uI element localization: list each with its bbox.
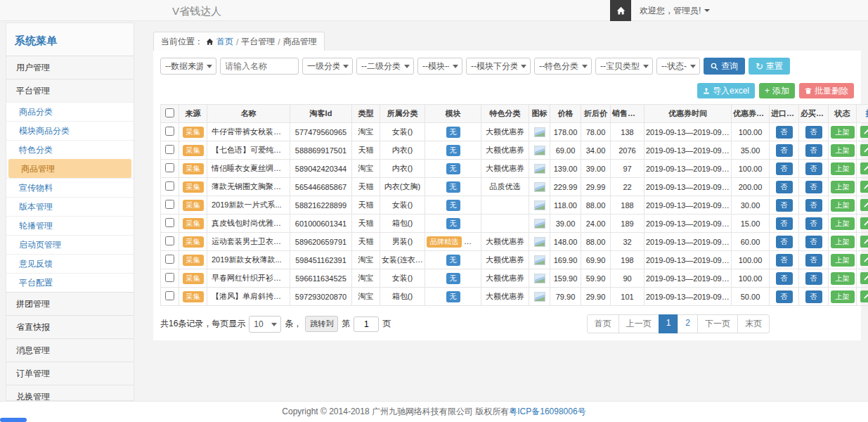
- must-buy-toggle[interactable]: 否: [805, 217, 822, 230]
- edit-button[interactable]: [860, 254, 868, 266]
- level1-category-select[interactable]: 一级分类: [302, 58, 353, 75]
- sidebar-item[interactable]: 消息管理: [6, 338, 134, 362]
- row-checkbox[interactable]: [165, 255, 174, 264]
- column-header: 必买清单: [799, 105, 829, 123]
- sidebar-item[interactable]: 启动页管理: [6, 235, 134, 254]
- import-excel-button[interactable]: 导入excel: [697, 83, 755, 98]
- sidebar-item[interactable]: 特色分类: [6, 140, 134, 159]
- must-buy-toggle[interactable]: 否: [805, 162, 822, 175]
- import-select-toggle[interactable]: 否: [776, 144, 793, 157]
- row-checkbox[interactable]: [165, 273, 174, 282]
- must-buy-toggle[interactable]: 否: [805, 126, 822, 139]
- jump-page-input[interactable]: [354, 316, 379, 332]
- import-select-toggle[interactable]: 否: [776, 181, 793, 193]
- name-search-input[interactable]: [220, 58, 299, 75]
- breadcrumb-home-link[interactable]: 首页: [216, 36, 233, 48]
- data-source-select[interactable]: --数据来源--: [160, 58, 216, 75]
- row-checkbox[interactable]: [165, 200, 174, 209]
- module-select[interactable]: --模块--: [417, 58, 462, 75]
- sidebar-item[interactable]: 模块商品分类: [6, 121, 134, 140]
- sidebar-item[interactable]: 商品管理: [8, 159, 131, 178]
- batch-delete-button[interactable]: 批量删除: [799, 83, 854, 98]
- import-select-toggle[interactable]: 否: [776, 126, 793, 139]
- must-buy-toggle[interactable]: 否: [805, 199, 822, 212]
- sidebar-item[interactable]: 兑换管理: [6, 385, 134, 401]
- item-type-select[interactable]: --宝贝类型--: [595, 58, 653, 75]
- pager-nav-button[interactable]: 上一页: [618, 314, 659, 333]
- edit-button[interactable]: [860, 144, 868, 156]
- feature-cell: [481, 215, 529, 233]
- row-checkbox[interactable]: [165, 163, 174, 172]
- must-buy-toggle[interactable]: 否: [805, 181, 822, 193]
- edit-button[interactable]: [860, 126, 868, 138]
- sidebar-item[interactable]: 宣传物料: [6, 178, 134, 197]
- row-checkbox[interactable]: [165, 218, 174, 227]
- edit-button[interactable]: [860, 272, 868, 284]
- sidebar-item[interactable]: 意见反馈: [6, 254, 134, 273]
- import-select-toggle[interactable]: 否: [776, 290, 793, 303]
- row-checkbox[interactable]: [165, 127, 174, 136]
- import-select-toggle[interactable]: 否: [776, 199, 793, 212]
- status-button[interactable]: 上架: [831, 236, 855, 248]
- edit-button[interactable]: [860, 290, 868, 302]
- status-button[interactable]: 上架: [831, 290, 855, 303]
- must-buy-toggle[interactable]: 否: [805, 144, 822, 157]
- import-select-toggle[interactable]: 否: [776, 217, 793, 230]
- status-button[interactable]: 上架: [831, 144, 855, 157]
- edit-button[interactable]: [860, 217, 868, 229]
- sidebar-item[interactable]: 版本管理: [6, 197, 134, 216]
- row-checkbox[interactable]: [165, 291, 174, 300]
- status-button[interactable]: 上架: [831, 162, 855, 175]
- import-select-toggle[interactable]: 否: [776, 162, 793, 175]
- status-button[interactable]: 上架: [831, 217, 855, 230]
- page-size-select[interactable]: 10: [249, 316, 281, 333]
- user-menu[interactable]: 欢迎您，管理员!: [631, 5, 718, 17]
- sidebar-item[interactable]: 平台管理: [6, 79, 134, 102]
- status-button[interactable]: 上架: [831, 272, 855, 285]
- sales-cell: 2076: [611, 141, 644, 160]
- status-button[interactable]: 上架: [831, 126, 855, 139]
- edit-button[interactable]: [860, 162, 868, 174]
- home-button[interactable]: [610, 0, 631, 21]
- must-buy-toggle[interactable]: 否: [805, 254, 822, 267]
- status-button[interactable]: 上架: [831, 181, 855, 193]
- must-buy-toggle[interactable]: 否: [805, 290, 822, 303]
- select-all-checkbox[interactable]: [165, 108, 174, 117]
- edit-button[interactable]: [860, 236, 868, 248]
- row-checkbox[interactable]: [165, 145, 174, 154]
- pager-nav-button[interactable]: 下一页: [697, 314, 738, 333]
- import-select-toggle[interactable]: 否: [776, 236, 793, 248]
- sidebar-item[interactable]: 平台配置: [6, 273, 134, 292]
- sidebar-item[interactable]: 订单管理: [6, 362, 134, 385]
- module-sub-category-select[interactable]: --模块下分类--: [466, 58, 531, 75]
- jump-button[interactable]: 跳转到: [305, 316, 338, 332]
- sidebar-item[interactable]: 拼团管理: [6, 292, 134, 315]
- edit-button[interactable]: [860, 181, 868, 193]
- row-checkbox[interactable]: [165, 236, 174, 245]
- pager-page-button[interactable]: 2: [678, 314, 698, 333]
- status-button[interactable]: 上架: [831, 254, 855, 267]
- level2-category-select[interactable]: --二级分类--: [356, 58, 414, 75]
- icp-link[interactable]: 粤ICP备16098006号: [509, 406, 585, 418]
- import-select-toggle[interactable]: 否: [776, 272, 793, 285]
- sidebar-item[interactable]: 用户管理: [6, 56, 134, 79]
- sidebar-item[interactable]: 商品分类: [6, 102, 134, 121]
- pager-nav-button[interactable]: 首页: [587, 314, 619, 333]
- taoke-id-cell: 577479560965: [290, 123, 352, 141]
- must-buy-toggle[interactable]: 否: [805, 272, 822, 285]
- horizontal-scrollbar-thumb[interactable]: [0, 418, 27, 422]
- sidebar-item[interactable]: 省直快报: [6, 315, 134, 338]
- import-select-toggle[interactable]: 否: [776, 254, 793, 267]
- status-select[interactable]: --状态--: [656, 58, 700, 75]
- pager-nav-button[interactable]: 末页: [737, 314, 770, 333]
- must-buy-toggle[interactable]: 否: [805, 236, 822, 248]
- feature-category-select[interactable]: --特色分类--: [534, 58, 592, 75]
- add-button[interactable]: + 添加: [759, 83, 795, 98]
- edit-button[interactable]: [860, 199, 868, 211]
- row-checkbox[interactable]: [165, 181, 174, 191]
- sidebar-item[interactable]: 轮播管理: [6, 216, 134, 235]
- pager-page-button[interactable]: 1: [659, 314, 679, 333]
- search-button[interactable]: 查询: [704, 58, 745, 75]
- reset-button[interactable]: ↻ 重置: [749, 58, 790, 75]
- status-button[interactable]: 上架: [831, 199, 855, 212]
